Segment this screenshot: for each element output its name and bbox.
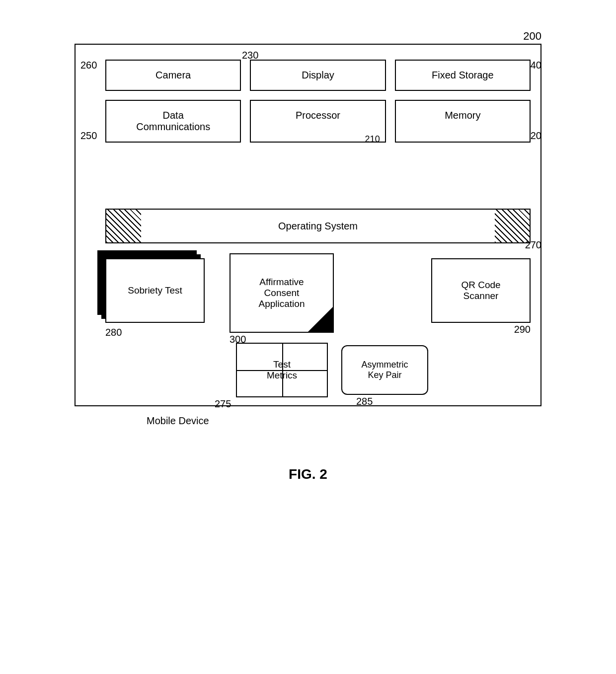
label-275: 275 — [215, 398, 231, 410]
asym-key-label: AsymmetricKey Pair — [362, 360, 408, 380]
test-metrics-box: TestMetrics — [236, 343, 328, 397]
fig-label: FIG. 2 — [289, 466, 327, 482]
label-290: 290 — [514, 324, 531, 335]
os-label: Operating System — [273, 221, 363, 232]
camera-label: Camera — [155, 70, 191, 80]
processor-number: 210 — [365, 134, 380, 145]
page-container: 200 260 230 240 250 220 Camera Display — [0, 0, 616, 674]
label-200: 200 — [523, 30, 541, 43]
label-285: 285 — [356, 396, 373, 407]
qr-box: QR CodeScanner — [431, 258, 531, 323]
affirmative-label: AffirmativeConsentApplication — [259, 277, 305, 309]
memory-box: Memory — [395, 100, 531, 143]
sobriety-label: Sobriety Test — [128, 285, 182, 296]
fixed-storage-box: Fixed Storage — [395, 60, 531, 91]
sobriety-box: Sobriety Test — [105, 258, 205, 323]
consent-app-box: AffirmativeConsentApplication — [230, 253, 334, 333]
display-box: Display — [250, 60, 385, 91]
processor-label-text: Processor — [296, 110, 340, 121]
test-metrics-label: TestMetrics — [267, 359, 297, 381]
label-270: 270 — [525, 239, 541, 251]
data-comms-box: DataCommunications — [105, 100, 241, 143]
camera-box: Camera — [105, 60, 241, 91]
data-comms-label: DataCommunications — [136, 110, 210, 132]
memory-label: Memory — [445, 110, 480, 121]
os-bar: Operating System — [105, 209, 531, 243]
display-label: Display — [302, 70, 334, 80]
components-grid: Camera Display Fixed Storage DataCommuni… — [105, 60, 531, 143]
qr-label: QR CodeScanner — [461, 280, 500, 301]
label-260: 260 — [80, 60, 97, 71]
asym-key-box: AsymmetricKey Pair — [341, 345, 428, 395]
fixed-storage-label: Fixed Storage — [432, 70, 494, 80]
label-280: 280 — [105, 327, 122, 338]
main-box: 260 230 240 250 220 Camera Display Fixed… — [75, 44, 541, 406]
apps-section: Sobriety Test 280 AffirmativeConsentAppl… — [105, 253, 531, 397]
diagram-area: 200 260 230 240 250 220 Camera Display — [75, 30, 541, 427]
label-250: 250 — [80, 130, 97, 142]
mobile-device-label: Mobile Device — [147, 415, 541, 427]
processor-box: Processor 210 — [250, 100, 385, 143]
